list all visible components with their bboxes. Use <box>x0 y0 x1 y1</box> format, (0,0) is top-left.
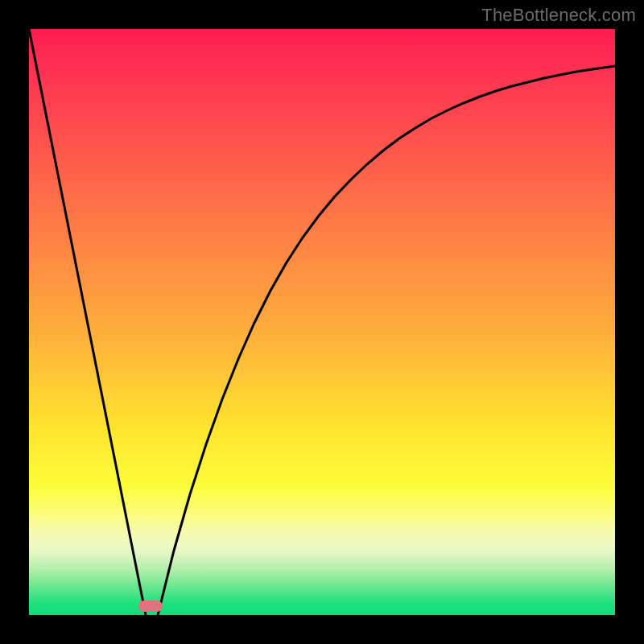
curve-left <box>29 29 146 615</box>
chart-curves <box>29 29 615 615</box>
chart-frame: TheBottleneck.com <box>0 0 644 644</box>
curve-right <box>158 66 615 615</box>
watermark-text: TheBottleneck.com <box>481 5 636 26</box>
min-marker <box>138 601 163 612</box>
chart-plot-area <box>29 29 615 615</box>
